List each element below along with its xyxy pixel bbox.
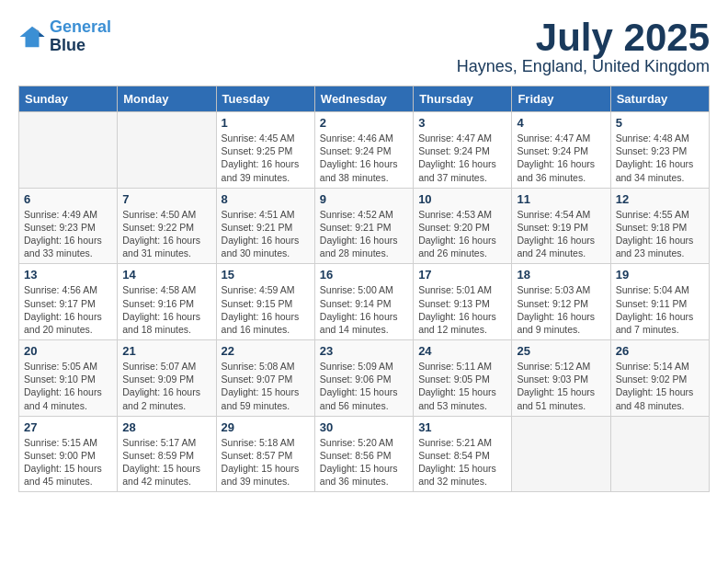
calendar-cell bbox=[19, 112, 118, 189]
calendar-cell: 2Sunrise: 4:46 AMSunset: 9:24 PMDaylight… bbox=[314, 112, 413, 189]
calendar-cell: 10Sunrise: 4:53 AMSunset: 9:20 PMDayligh… bbox=[414, 188, 512, 264]
calendar-week-row: 6Sunrise: 4:49 AMSunset: 9:23 PMDaylight… bbox=[19, 188, 710, 264]
day-number: 12 bbox=[616, 192, 704, 206]
page-header: General Blue July 2025 Haynes, England, … bbox=[18, 18, 710, 76]
calendar-cell: 17Sunrise: 5:01 AMSunset: 9:13 PMDayligh… bbox=[414, 264, 512, 340]
day-number: 10 bbox=[418, 192, 506, 206]
calendar-cell: 30Sunrise: 5:20 AMSunset: 8:56 PMDayligh… bbox=[314, 416, 413, 492]
day-info: Sunrise: 5:05 AMSunset: 9:10 PMDaylight:… bbox=[24, 360, 112, 412]
day-info: Sunrise: 4:46 AMSunset: 9:24 PMDaylight:… bbox=[320, 132, 408, 184]
day-number: 13 bbox=[24, 268, 112, 282]
day-info: Sunrise: 5:21 AMSunset: 8:54 PMDaylight:… bbox=[418, 436, 506, 488]
calendar-cell: 25Sunrise: 5:12 AMSunset: 9:03 PMDayligh… bbox=[512, 340, 610, 417]
day-info: Sunrise: 4:47 AMSunset: 9:24 PMDaylight:… bbox=[418, 132, 506, 184]
calendar-table: Sunday Monday Tuesday Wednesday Thursday… bbox=[18, 86, 710, 492]
day-info: Sunrise: 5:18 AMSunset: 8:57 PMDaylight:… bbox=[222, 436, 310, 488]
logo-text: General Blue bbox=[50, 18, 111, 55]
calendar-cell: 11Sunrise: 4:54 AMSunset: 9:19 PMDayligh… bbox=[512, 188, 610, 264]
day-info: Sunrise: 5:15 AMSunset: 9:00 PMDaylight:… bbox=[24, 436, 112, 488]
day-number: 17 bbox=[418, 268, 506, 282]
day-number: 31 bbox=[418, 420, 506, 434]
calendar-cell: 31Sunrise: 5:21 AMSunset: 8:54 PMDayligh… bbox=[414, 416, 512, 492]
day-number: 26 bbox=[616, 344, 704, 358]
location: Haynes, England, United Kingdom bbox=[457, 57, 710, 76]
day-number: 9 bbox=[320, 192, 408, 206]
day-number: 2 bbox=[320, 116, 408, 130]
day-info: Sunrise: 4:47 AMSunset: 9:24 PMDaylight:… bbox=[517, 132, 605, 184]
day-info: Sunrise: 5:12 AMSunset: 9:03 PMDaylight:… bbox=[517, 360, 605, 412]
col-thursday: Thursday bbox=[414, 86, 512, 112]
title-area: July 2025 Haynes, England, United Kingdo… bbox=[457, 18, 710, 76]
day-info: Sunrise: 5:04 AMSunset: 9:11 PMDaylight:… bbox=[616, 283, 704, 336]
day-info: Sunrise: 4:58 AMSunset: 9:16 PMDaylight:… bbox=[122, 283, 210, 336]
calendar-cell: 16Sunrise: 5:00 AMSunset: 9:14 PMDayligh… bbox=[314, 264, 413, 340]
day-info: Sunrise: 5:07 AMSunset: 9:09 PMDaylight:… bbox=[122, 360, 210, 412]
col-tuesday: Tuesday bbox=[216, 86, 314, 112]
calendar-cell: 24Sunrise: 5:11 AMSunset: 9:05 PMDayligh… bbox=[414, 340, 512, 417]
calendar-week-row: 20Sunrise: 5:05 AMSunset: 9:10 PMDayligh… bbox=[19, 340, 710, 417]
day-info: Sunrise: 4:54 AMSunset: 9:19 PMDaylight:… bbox=[517, 208, 605, 260]
day-info: Sunrise: 5:14 AMSunset: 9:02 PMDaylight:… bbox=[616, 360, 704, 412]
logo: General Blue bbox=[18, 18, 111, 55]
calendar-cell: 19Sunrise: 5:04 AMSunset: 9:11 PMDayligh… bbox=[610, 264, 709, 340]
calendar-cell: 8Sunrise: 4:51 AMSunset: 9:21 PMDaylight… bbox=[216, 188, 314, 264]
calendar-cell: 18Sunrise: 5:03 AMSunset: 9:12 PMDayligh… bbox=[512, 264, 610, 340]
day-info: Sunrise: 5:11 AMSunset: 9:05 PMDaylight:… bbox=[418, 360, 506, 412]
day-info: Sunrise: 4:56 AMSunset: 9:17 PMDaylight:… bbox=[24, 283, 112, 336]
calendar-cell bbox=[610, 416, 709, 492]
calendar-cell: 1Sunrise: 4:45 AMSunset: 9:25 PMDaylight… bbox=[216, 112, 314, 189]
calendar-cell: 20Sunrise: 5:05 AMSunset: 9:10 PMDayligh… bbox=[19, 340, 118, 417]
day-info: Sunrise: 5:01 AMSunset: 9:13 PMDaylight:… bbox=[418, 283, 506, 336]
day-info: Sunrise: 5:09 AMSunset: 9:06 PMDaylight:… bbox=[320, 360, 408, 412]
day-number: 23 bbox=[320, 344, 408, 358]
day-number: 5 bbox=[616, 116, 704, 130]
day-number: 4 bbox=[517, 116, 605, 130]
day-info: Sunrise: 5:08 AMSunset: 9:07 PMDaylight:… bbox=[222, 360, 310, 412]
calendar-week-row: 27Sunrise: 5:15 AMSunset: 9:00 PMDayligh… bbox=[19, 416, 710, 492]
calendar-cell: 6Sunrise: 4:49 AMSunset: 9:23 PMDaylight… bbox=[19, 188, 118, 264]
calendar-cell: 3Sunrise: 4:47 AMSunset: 9:24 PMDaylight… bbox=[414, 112, 512, 189]
day-info: Sunrise: 5:17 AMSunset: 8:59 PMDaylight:… bbox=[122, 436, 210, 488]
day-number: 16 bbox=[320, 268, 408, 282]
day-number: 11 bbox=[517, 192, 605, 206]
calendar-week-row: 13Sunrise: 4:56 AMSunset: 9:17 PMDayligh… bbox=[19, 264, 710, 340]
day-info: Sunrise: 4:52 AMSunset: 9:21 PMDaylight:… bbox=[320, 208, 408, 260]
day-number: 22 bbox=[222, 344, 310, 358]
day-number: 24 bbox=[418, 344, 506, 358]
day-number: 19 bbox=[616, 268, 704, 282]
day-number: 30 bbox=[320, 420, 408, 434]
calendar-cell: 9Sunrise: 4:52 AMSunset: 9:21 PMDaylight… bbox=[314, 188, 413, 264]
day-info: Sunrise: 5:03 AMSunset: 9:12 PMDaylight:… bbox=[517, 283, 605, 336]
day-number: 1 bbox=[222, 116, 310, 130]
day-info: Sunrise: 5:00 AMSunset: 9:14 PMDaylight:… bbox=[320, 283, 408, 336]
day-number: 28 bbox=[122, 420, 210, 434]
day-number: 8 bbox=[222, 192, 310, 206]
col-friday: Friday bbox=[512, 86, 610, 112]
calendar-cell: 14Sunrise: 4:58 AMSunset: 9:16 PMDayligh… bbox=[118, 264, 216, 340]
day-info: Sunrise: 5:20 AMSunset: 8:56 PMDaylight:… bbox=[320, 436, 408, 488]
calendar-cell: 29Sunrise: 5:18 AMSunset: 8:57 PMDayligh… bbox=[216, 416, 314, 492]
day-info: Sunrise: 4:59 AMSunset: 9:15 PMDaylight:… bbox=[222, 283, 310, 336]
calendar-cell: 21Sunrise: 5:07 AMSunset: 9:09 PMDayligh… bbox=[118, 340, 216, 417]
calendar-cell: 7Sunrise: 4:50 AMSunset: 9:22 PMDaylight… bbox=[118, 188, 216, 264]
day-info: Sunrise: 4:55 AMSunset: 9:18 PMDaylight:… bbox=[616, 208, 704, 260]
calendar-cell: 4Sunrise: 4:47 AMSunset: 9:24 PMDaylight… bbox=[512, 112, 610, 189]
col-wednesday: Wednesday bbox=[314, 86, 413, 112]
logo-icon bbox=[18, 23, 46, 51]
day-number: 25 bbox=[517, 344, 605, 358]
calendar-cell: 23Sunrise: 5:09 AMSunset: 9:06 PMDayligh… bbox=[314, 340, 413, 417]
calendar-cell: 5Sunrise: 4:48 AMSunset: 9:23 PMDaylight… bbox=[610, 112, 709, 189]
day-info: Sunrise: 4:51 AMSunset: 9:21 PMDaylight:… bbox=[222, 208, 310, 260]
day-info: Sunrise: 4:50 AMSunset: 9:22 PMDaylight:… bbox=[122, 208, 210, 260]
day-number: 7 bbox=[122, 192, 210, 206]
calendar-cell: 12Sunrise: 4:55 AMSunset: 9:18 PMDayligh… bbox=[610, 188, 709, 264]
day-info: Sunrise: 4:48 AMSunset: 9:23 PMDaylight:… bbox=[616, 132, 704, 184]
day-info: Sunrise: 4:45 AMSunset: 9:25 PMDaylight:… bbox=[222, 132, 310, 184]
day-number: 27 bbox=[24, 420, 112, 434]
day-number: 29 bbox=[222, 420, 310, 434]
calendar-cell bbox=[118, 112, 216, 189]
day-info: Sunrise: 4:49 AMSunset: 9:23 PMDaylight:… bbox=[24, 208, 112, 260]
day-number: 15 bbox=[222, 268, 310, 282]
day-number: 6 bbox=[24, 192, 112, 206]
day-number: 18 bbox=[517, 268, 605, 282]
